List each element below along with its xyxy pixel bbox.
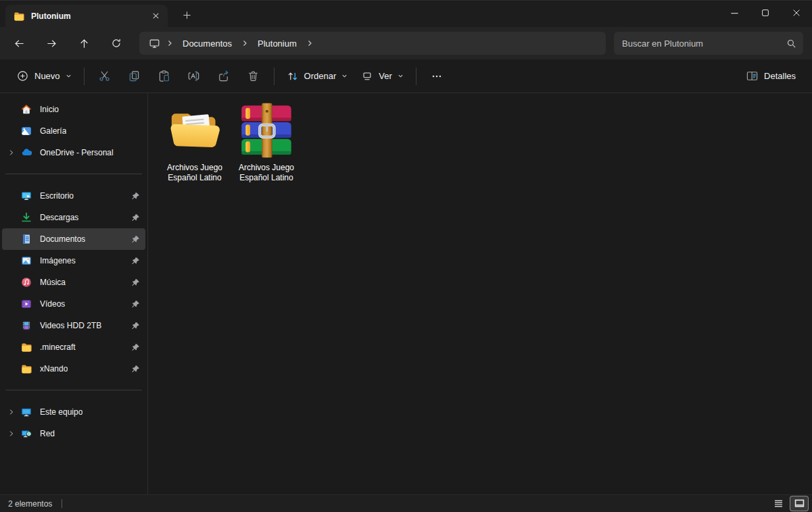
forward-button[interactable] — [38, 32, 65, 55]
sidebar-item-galeria[interactable]: Galería — [2, 120, 145, 142]
pin-icon — [131, 300, 140, 309]
downloads-icon — [21, 212, 32, 223]
sidebar-item-videos[interactable]: Vídeos — [2, 293, 145, 315]
sidebar-item-label: .minecraft — [40, 342, 76, 352]
breadcrumb-chevron-icon[interactable] — [304, 40, 315, 47]
toolbar-separator — [84, 68, 85, 85]
music-icon — [21, 277, 32, 288]
sort-arrows-icon — [287, 70, 299, 82]
sort-button[interactable]: Ordenar — [280, 65, 355, 88]
details-pane-icon — [746, 70, 759, 82]
pin-icon — [131, 343, 140, 352]
tab-plutonium[interactable]: Plutonium — [5, 5, 168, 27]
maximize-button[interactable] — [750, 0, 781, 26]
onedrive-icon — [21, 147, 32, 158]
file-explorer-window: Plutonium — [0, 0, 812, 512]
search-icon[interactable] — [786, 39, 796, 49]
chevron-right-icon[interactable] — [2, 408, 21, 416]
sidebar-item-label: Música — [40, 278, 66, 287]
sidebar-item-label: xNando — [40, 364, 68, 374]
pin-icon — [131, 365, 140, 374]
sidebar-item-label: Este equipo — [40, 407, 82, 417]
up-button[interactable] — [70, 32, 97, 55]
file-list-view[interactable]: Archivos Juego Español Latino — [148, 93, 812, 494]
minimize-button[interactable] — [719, 0, 750, 26]
file-item-folder[interactable]: Archivos Juego Español Latino — [159, 101, 231, 187]
details-pane-label: Detalles — [764, 71, 796, 81]
folder-icon — [21, 363, 32, 374]
sidebar-item-onedrive[interactable]: OneDrive - Personal — [2, 142, 145, 163]
sidebar-item-videos-hdd[interactable]: Videos HDD 2TB — [2, 315, 145, 336]
delete-button[interactable] — [239, 64, 268, 88]
sidebar-item-inicio[interactable]: Inicio — [2, 99, 145, 120]
sidebar-item-label: Inicio — [40, 105, 59, 114]
sidebar-item-musica[interactable]: Música — [2, 272, 145, 293]
sidebar-item-xnando[interactable]: xNando — [2, 358, 145, 380]
more-options-button[interactable] — [422, 64, 452, 88]
file-item-rar[interactable]: Archivos Juego Español Latino — [231, 101, 302, 187]
details-view-button[interactable] — [769, 496, 787, 511]
tab-close-icon[interactable] — [147, 8, 164, 24]
sidebar-item-label: OneDrive - Personal — [40, 148, 114, 157]
new-button-label: Nuevo — [34, 71, 60, 81]
ellipsis-icon — [431, 70, 443, 82]
sidebar-item-label: Videos HDD 2TB — [40, 321, 101, 330]
rename-button[interactable] — [179, 64, 209, 88]
folder-icon — [14, 11, 24, 22]
tab-strip: Plutonium — [0, 0, 812, 27]
window-controls — [719, 0, 812, 26]
details-pane-button[interactable]: Detalles — [739, 64, 803, 88]
gallery-icon — [21, 126, 32, 136]
film-icon — [21, 320, 32, 331]
chevron-down-icon — [66, 73, 72, 79]
share-button[interactable] — [209, 64, 239, 88]
refresh-button[interactable] — [103, 32, 130, 55]
large-icons-view-button[interactable] — [790, 496, 808, 511]
chevron-down-icon — [398, 73, 404, 79]
search-box[interactable] — [614, 32, 803, 55]
cut-button[interactable] — [90, 64, 120, 88]
folder-open-icon — [167, 103, 222, 158]
chevron-down-icon — [341, 73, 348, 79]
view-layout-icon — [361, 70, 373, 82]
sidebar-item-este-equipo[interactable]: Este equipo — [2, 401, 145, 423]
breadcrumb-segment-plutonium[interactable]: Plutonium — [252, 35, 303, 52]
toolbar-separator — [416, 68, 416, 85]
sidebar-item-imagenes[interactable]: Imágenes — [2, 250, 145, 272]
sidebar-item-red[interactable]: Red — [2, 423, 145, 444]
new-button[interactable]: Nuevo — [9, 64, 78, 88]
navigation-bar: Documentos Plutonium — [0, 27, 812, 59]
sidebar-item-descargas[interactable]: Descargas — [2, 207, 145, 228]
sidebar-item-label: Documentos — [40, 234, 85, 244]
paste-button[interactable] — [149, 64, 179, 88]
sort-button-label: Ordenar — [304, 71, 337, 81]
sidebar-item-escritorio[interactable]: Escritorio — [2, 185, 145, 207]
sidebar-item-documentos[interactable]: Documentos — [2, 228, 145, 250]
file-name: Archivos Juego Español Latino — [160, 163, 229, 183]
status-bar: 2 elementos — [0, 494, 812, 512]
desktop-icon — [21, 190, 32, 201]
new-tab-button[interactable] — [176, 5, 197, 25]
chevron-right-icon[interactable] — [2, 430, 21, 438]
copy-button[interactable] — [120, 64, 149, 88]
breadcrumb-chevron-icon[interactable] — [164, 40, 175, 47]
sidebar-item-label: Imágenes — [40, 256, 76, 265]
sidebar-item-minecraft[interactable]: .minecraft — [2, 336, 145, 358]
sidebar-separator — [5, 174, 142, 174]
sidebar-item-label: Red — [40, 429, 55, 438]
explorer-body: Inicio Galería OneDrive - Personal — [0, 93, 812, 494]
close-window-button[interactable] — [781, 0, 812, 26]
home-icon — [21, 104, 32, 115]
view-toggle-group — [769, 496, 808, 511]
pin-icon — [131, 322, 140, 330]
pin-icon — [131, 278, 140, 287]
chevron-right-icon[interactable] — [2, 149, 21, 157]
view-button[interactable]: Ver — [354, 65, 410, 88]
breadcrumb-segment-documentos[interactable]: Documentos — [176, 35, 238, 52]
search-input[interactable] — [622, 39, 786, 49]
breadcrumb-chevron-icon[interactable] — [239, 40, 250, 47]
this-pc-icon[interactable] — [145, 38, 163, 49]
view-button-label: Ver — [379, 71, 392, 81]
address-bar[interactable]: Documentos Plutonium — [139, 32, 606, 55]
back-button[interactable] — [5, 32, 32, 55]
